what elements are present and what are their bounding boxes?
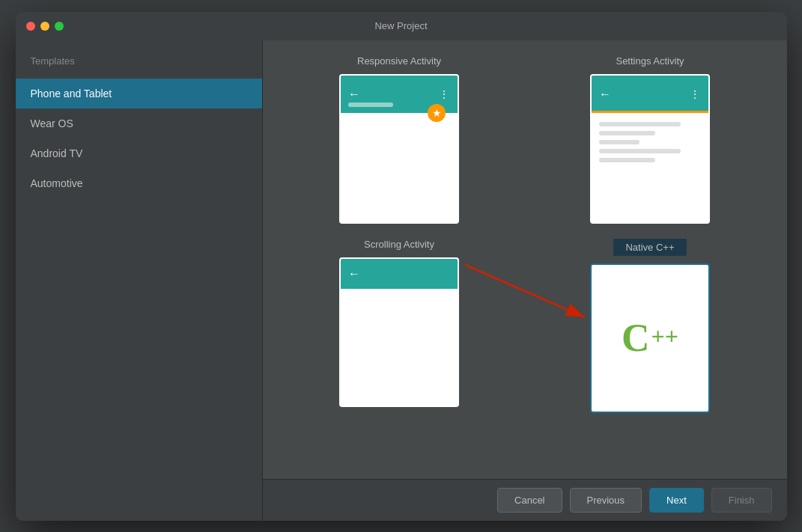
cpp-plus-plus: ++ — [651, 322, 678, 350]
responsive-card-header: ← ⋮ ★ — [341, 76, 458, 113]
titlebar: New Project — [16, 12, 787, 40]
settings-line-2 — [599, 131, 655, 135]
fab-button: ★ — [428, 104, 446, 122]
sidebar-item-phone-tablet[interactable]: Phone and Tablet — [16, 79, 262, 108]
template-label-responsive: Responsive Activity — [357, 55, 441, 67]
template-label-scrolling: Scrolling Activity — [364, 239, 434, 250]
cpp-logo: C++ — [622, 316, 678, 360]
settings-line-4 — [599, 149, 681, 153]
template-item-responsive[interactable]: Responsive Activity ← ⋮ ★ — [285, 55, 514, 224]
settings-line-1 — [599, 122, 681, 126]
template-item-scrolling[interactable]: Scrolling Activity ← — [285, 239, 514, 413]
template-label-native-cpp: Native C++ — [625, 242, 674, 253]
minimize-button[interactable] — [40, 22, 49, 31]
maximize-button[interactable] — [55, 22, 64, 31]
scrolling-back-arrow-icon: ← — [348, 267, 360, 281]
template-card-scrolling[interactable]: ← — [339, 257, 459, 407]
new-project-window: New Project Templates Phone and Tablet W… — [16, 12, 787, 521]
close-button[interactable] — [26, 22, 35, 31]
sidebar: Templates Phone and Tablet Wear OS Andro… — [16, 40, 263, 521]
cpp-card-body: C++ — [592, 265, 708, 412]
template-label-settings: Settings Activity — [616, 55, 684, 67]
settings-orange-bar — [592, 111, 708, 113]
settings-line-5 — [599, 158, 655, 162]
main-content: Responsive Activity ← ⋮ ★ Setting — [263, 40, 787, 521]
templates-grid: Responsive Activity ← ⋮ ★ Setting — [263, 40, 787, 428]
menu-dots-icon: ⋮ — [439, 88, 450, 100]
settings-lines — [592, 113, 708, 171]
content-area: Templates Phone and Tablet Wear OS Andro… — [16, 40, 787, 521]
cpp-c-letter: C — [622, 316, 650, 360]
cancel-button[interactable]: Cancel — [497, 488, 562, 513]
sidebar-label: Templates — [16, 55, 262, 79]
template-card-native-cpp[interactable]: C++ — [590, 263, 710, 413]
bottom-bar: Cancel Previous Next Finish — [263, 479, 787, 521]
window-title: New Project — [374, 20, 427, 31]
settings-card-header: ← ⋮ — [592, 76, 708, 113]
sidebar-item-automotive[interactable]: Automotive — [16, 168, 262, 198]
template-card-settings[interactable]: ← ⋮ — [590, 74, 710, 224]
next-button[interactable]: Next — [649, 488, 704, 513]
template-card-responsive[interactable]: ← ⋮ ★ — [339, 74, 459, 224]
settings-menu-dots-icon: ⋮ — [690, 88, 701, 100]
templates-area: Responsive Activity ← ⋮ ★ Setting — [263, 40, 787, 479]
template-item-native-cpp[interactable]: Native C++ C++ — [536, 239, 765, 413]
sidebar-item-wear-os[interactable]: Wear OS — [16, 108, 262, 138]
sidebar-item-android-tv[interactable]: Android TV — [16, 138, 262, 168]
settings-back-arrow-icon: ← — [599, 88, 611, 101]
back-arrow-icon: ← — [348, 88, 360, 101]
settings-line-3 — [599, 140, 640, 144]
template-item-settings[interactable]: Settings Activity ← ⋮ — [536, 55, 765, 224]
previous-button[interactable]: Previous — [570, 488, 642, 513]
header-bar — [348, 103, 393, 107]
scrolling-card-header: ← — [341, 259, 458, 289]
finish-button[interactable]: Finish — [711, 488, 772, 513]
native-cpp-label-bg: Native C++ — [613, 239, 686, 256]
window-controls — [26, 22, 64, 31]
